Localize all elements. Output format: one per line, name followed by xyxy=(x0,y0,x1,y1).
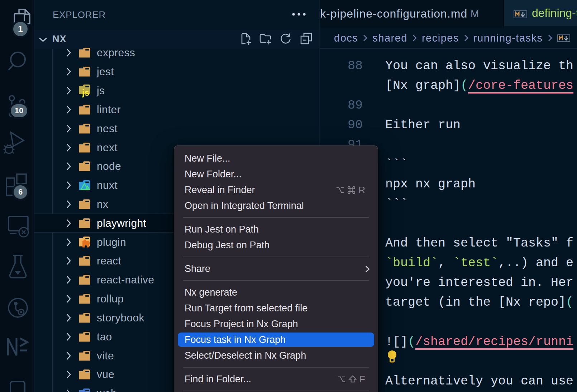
svg-text:js: js xyxy=(82,88,89,97)
